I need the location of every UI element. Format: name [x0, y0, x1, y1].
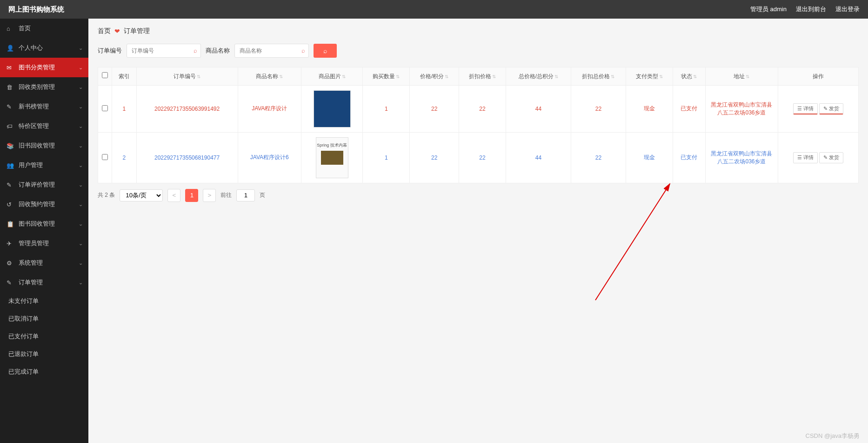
sidebar-icon: 📋	[7, 221, 15, 228]
sidebar-item-7[interactable]: 👥用户管理⌄	[0, 155, 88, 175]
cell: 22	[571, 132, 626, 183]
prev-page-button[interactable]: <	[167, 189, 180, 202]
sidebar-icon: ✎	[7, 181, 15, 188]
jump-pre: 前往	[220, 191, 232, 199]
crumb-home[interactable]: 首页	[98, 27, 111, 35]
col-header-5[interactable]: 购买数量⇅	[363, 67, 410, 86]
topbar: 网上图书购物系统 管理员 admin 退出到前台 退出登录	[0, 0, 868, 19]
sidebar-item-13[interactable]: ✎订单管理⌄	[0, 273, 88, 292]
col-header-label: 商品图片	[319, 73, 341, 80]
cell	[301, 85, 362, 132]
detail-button[interactable]: ☰ 详情	[793, 152, 818, 163]
sidebar-icon: ⚙	[7, 260, 15, 267]
sidebar-sub-1[interactable]: 已取消订单	[0, 310, 88, 328]
row-checkbox[interactable]	[102, 154, 108, 160]
app-title: 网上图书购物系统	[8, 5, 64, 14]
cell: ☰ 详情 ✎ 发货	[778, 85, 859, 132]
chevron-down-icon: ⌄	[79, 45, 83, 51]
watermark: CSDN @java李杨勇	[806, 432, 860, 440]
cell: 已支付	[673, 85, 706, 132]
sidebar-icon: ✎	[7, 103, 15, 110]
sidebar-sub-3[interactable]: 已退款订单	[0, 345, 88, 363]
admin-label[interactable]: 管理员 admin	[750, 5, 787, 13]
sidebar-item-12[interactable]: ⚙系统管理⌄	[0, 253, 88, 273]
detail-button[interactable]: ☰ 详情	[793, 103, 818, 114]
sort-icon: ⇅	[279, 74, 283, 79]
col-header-8[interactable]: 总价格/总积分⇅	[506, 67, 571, 86]
edit-icon: ✎	[823, 106, 828, 112]
sidebar-item-9[interactable]: ↺回收预约管理⌄	[0, 195, 88, 214]
chevron-down-icon: ⌄	[79, 280, 83, 286]
sidebar-sub-0[interactable]: 未支付订单	[0, 292, 88, 310]
sidebar-item-label: 图书回收管理	[19, 220, 55, 228]
col-header-13[interactable]: 操作	[778, 67, 859, 86]
col-header-7[interactable]: 折扣价格⇅	[459, 67, 506, 86]
sidebar-sub-2[interactable]: 已支付订单	[0, 328, 88, 345]
edit-icon: ✎	[823, 154, 828, 161]
sidebar-icon: 🗑	[7, 84, 15, 91]
sidebar-item-2[interactable]: ✉图书分类管理⌄	[0, 58, 88, 77]
col-header-9[interactable]: 折扣总价格⇅	[571, 67, 626, 86]
col-header-2[interactable]: 订单编号⇅	[136, 67, 238, 86]
sidebar: ⌂首页👤个人中心⌄✉图书分类管理⌄🗑回收类别管理⌄✎新书榜管理⌄🏷特价区管理⌄📚…	[0, 19, 88, 443]
sidebar-item-11[interactable]: ✈管理员管理⌄	[0, 234, 88, 253]
search-button[interactable]: ⌕	[314, 44, 337, 58]
sidebar-icon: ↺	[7, 201, 15, 208]
col-header-0	[98, 67, 112, 86]
col-header-10[interactable]: 支付类型⇅	[626, 67, 673, 86]
sort-icon: ⇅	[554, 74, 558, 79]
col-header-12[interactable]: 地址⇅	[705, 67, 778, 86]
filter-product-input[interactable]	[234, 44, 309, 58]
chevron-down-icon: ⌄	[79, 241, 83, 247]
sidebar-sub-4[interactable]: 已完成订单	[0, 363, 88, 381]
sort-icon: ⇅	[342, 74, 346, 79]
sidebar-item-6[interactable]: 📚旧书回收管理⌄	[0, 136, 88, 155]
col-header-label: 订单编号	[174, 73, 196, 80]
ship-button[interactable]: ✎ 发货	[819, 103, 843, 114]
sidebar-item-label: 用户管理	[19, 161, 43, 169]
cell	[301, 132, 362, 183]
sidebar-item-3[interactable]: 🗑回收类别管理⌄	[0, 77, 88, 97]
sidebar-item-0[interactable]: ⌂首页	[0, 19, 88, 38]
cell: 44	[506, 132, 571, 183]
sidebar-item-5[interactable]: 🏷特价区管理⌄	[0, 116, 88, 136]
to-frontend-link[interactable]: 退出到前台	[796, 5, 826, 13]
chevron-down-icon: ⌄	[79, 104, 83, 110]
product-image	[316, 137, 348, 178]
col-header-4[interactable]: 商品图片⇅	[301, 67, 362, 86]
list-icon: ☰	[797, 154, 802, 161]
sidebar-item-1[interactable]: 👤个人中心⌄	[0, 38, 88, 58]
chevron-down-icon: ⌄	[79, 201, 83, 208]
filter-bar: 订单编号 ⌕ 商品名称 ⌕ ⌕	[98, 44, 859, 58]
per-page-select[interactable]: 10条/页	[120, 189, 163, 201]
sidebar-item-label: 订单评价管理	[19, 181, 55, 189]
col-header-6[interactable]: 价格/积分⇅	[410, 67, 459, 86]
sidebar-icon: ✎	[7, 279, 15, 286]
sidebar-item-label: 回收预约管理	[19, 200, 55, 208]
cell: ☰ 详情 ✎ 发货	[778, 132, 859, 183]
sidebar-item-label: 新书榜管理	[19, 102, 49, 111]
cell: 2	[112, 132, 137, 183]
col-header-11[interactable]: 状态⇅	[673, 67, 706, 86]
cell: 黑龙江省双鸭山市宝清县八五二农场036乡道	[705, 132, 778, 183]
cell: JAVA程序设计	[238, 85, 301, 132]
row-checkbox[interactable]	[102, 105, 108, 111]
col-header-label: 总价格/总积分	[519, 73, 554, 80]
col-header-1[interactable]: 索引	[112, 67, 137, 86]
filter-orderno-input[interactable]	[127, 44, 201, 58]
sidebar-item-8[interactable]: ✎订单评价管理⌄	[0, 175, 88, 195]
page-1-button[interactable]: 1	[185, 189, 198, 202]
sidebar-item-4[interactable]: ✎新书榜管理⌄	[0, 97, 88, 116]
sidebar-item-10[interactable]: 📋图书回收管理⌄	[0, 214, 88, 234]
ship-button[interactable]: ✎ 发货	[819, 152, 843, 163]
chevron-down-icon: ⌄	[79, 84, 83, 90]
next-page-button[interactable]: >	[203, 189, 216, 202]
col-header-3[interactable]: 商品名称⇅	[238, 67, 301, 86]
jump-page-input[interactable]	[236, 189, 255, 201]
crumb-current: 订单管理	[124, 27, 150, 35]
select-all-checkbox[interactable]	[102, 72, 108, 78]
cell: 22	[410, 85, 459, 132]
logout-link[interactable]: 退出登录	[835, 5, 860, 13]
cell: 22	[459, 85, 506, 132]
sidebar-icon: ⌂	[7, 25, 15, 32]
